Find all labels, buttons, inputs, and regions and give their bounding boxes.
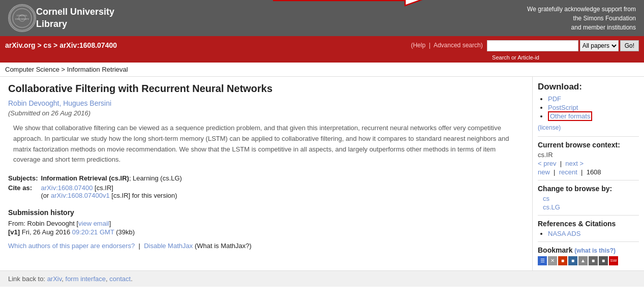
disable-mathjax-link[interactable]: Disable MathJax <box>144 242 193 250</box>
cornell-seal: CORNELL UNIVERSITY <box>8 4 36 32</box>
bm-icon-2[interactable]: ✕ <box>548 256 557 265</box>
prev-link[interactable]: < prev <box>538 160 557 167</box>
author-hugues[interactable]: Hugues Bersini <box>63 99 111 107</box>
sub-breadcrumb: Computer Science > Information Retrieval <box>0 63 644 77</box>
paper-submitted: (Submitted on 26 Aug 2016) <box>8 109 524 117</box>
contact-link[interactable]: contact <box>109 275 131 283</box>
paper-title: Collaborative Filtering with Recurrent N… <box>8 82 524 95</box>
search-help: (Help | Advanced search) <box>411 42 482 49</box>
endorsers-line: Which authors of this paper are endorser… <box>8 242 524 250</box>
nav-breadcrumb: arXiv.org > cs > arXiv:1608.07400 <box>5 41 411 49</box>
change-browse-links: cs cs.LG <box>538 195 639 211</box>
paper-content: Collaborative Filtering with Recurrent N… <box>0 77 532 263</box>
cite-value: arXiv:1608.07400 [cs.IR] (or arXiv:1608.… <box>41 183 185 200</box>
author-robin[interactable]: Robin Devooght <box>8 99 59 107</box>
advanced-search-link[interactable]: Advanced search <box>434 42 481 49</box>
refs-list: NASA ADS <box>538 230 639 237</box>
sidebar-divider-3 <box>538 215 639 216</box>
help-link[interactable]: Help <box>413 42 425 49</box>
bm-icon-5[interactable]: ▲ <box>578 256 588 265</box>
browse-links: new | recent | 1608 <box>538 168 639 176</box>
history-from: From: Robin Devooght [view email] <box>8 220 524 227</box>
bookmark-icons: ☰ ✕ ■ ■ ▲ ■ ■ SW <box>538 256 639 265</box>
recent-link[interactable]: recent <box>559 168 577 176</box>
postscript-link[interactable]: PostScript <box>548 104 578 111</box>
change-browse-label: Change to browse by: <box>538 185 639 193</box>
endorsers-link[interactable]: Which authors of this paper are endorser… <box>8 242 135 250</box>
search-area: (Help | Advanced search) All papers Go! <box>411 39 639 51</box>
svg-text:UNIVERSITY: UNIVERSITY <box>15 18 29 20</box>
paper-authors: Robin Devooght, Hugues Bersini <box>8 99 524 107</box>
acknowledgement: We gratefully acknowledge support from t… <box>527 5 636 32</box>
sidebar-divider-2 <box>538 180 639 180</box>
current-browse-label: Current browse context: <box>538 141 639 149</box>
bookmark-what-link[interactable]: (what is this?) <box>574 247 616 254</box>
browse-cs-lg-link[interactable]: cs.LG <box>543 203 639 211</box>
paper-meta: Subjects: Information Retrieval (cs.IR);… <box>8 173 524 200</box>
refs-label: References & Citations <box>538 220 639 228</box>
other-formats-link[interactable]: Other formats <box>550 112 590 120</box>
main-layout: Collaborative Filtering with Recurrent N… <box>0 77 644 270</box>
download-list: PDF PostScript Other formats <box>538 95 639 120</box>
bm-icon-1[interactable]: ☰ <box>538 256 547 265</box>
sidebar-divider-1 <box>538 136 639 137</box>
submission-history-label: Submission history <box>8 208 524 217</box>
cite-arxiv-link[interactable]: arXiv:1608.07400 <box>41 184 93 192</box>
go-button[interactable]: Go! <box>620 40 639 51</box>
cite-v1-link[interactable]: arXiv:1608.07400v1 <box>51 192 110 199</box>
search-select[interactable]: All papers <box>580 40 619 51</box>
nasa-ads-link[interactable]: NASA ADS <box>548 230 580 237</box>
page-header: CORNELL UNIVERSITY Cornell University Li… <box>0 0 644 36</box>
new-link[interactable]: new <box>538 168 550 176</box>
form-interface-link[interactable]: form interface <box>66 275 106 283</box>
university-name: Cornell University Library <box>36 6 114 30</box>
license-link[interactable]: (license) <box>538 124 639 131</box>
search-label: Search or Article-id <box>492 54 539 60</box>
next-link[interactable]: next > <box>565 160 584 167</box>
browse-context: cs.IR <box>538 151 639 159</box>
bm-icon-8[interactable]: SW <box>609 256 618 265</box>
nav-bar: arXiv.org > cs > arXiv:1608.07400 (Help … <box>0 36 644 54</box>
sidebar: Download: PDF PostScript Other formats (… <box>532 77 644 270</box>
page-footer: Link back to: arXiv, form interface, con… <box>0 270 644 287</box>
bm-icon-3[interactable]: ■ <box>558 256 567 265</box>
search-input[interactable] <box>487 40 578 51</box>
download-label: Download: <box>538 82 639 92</box>
cite-label: Cite as: <box>8 183 41 200</box>
history-v1: [v1] Fri, 26 Aug 2016 09:20:21 GMT (39kb… <box>8 228 524 236</box>
arxiv-footer-link[interactable]: arXiv <box>47 275 62 283</box>
view-email-link[interactable]: view email <box>78 220 109 227</box>
bm-icon-6[interactable]: ■ <box>589 256 598 265</box>
subjects-label: Subjects: <box>8 173 41 183</box>
sidebar-divider-4 <box>538 241 639 242</box>
browse-nav: < prev | next > <box>538 160 639 167</box>
pdf-link[interactable]: PDF <box>548 95 561 103</box>
bm-icon-7[interactable]: ■ <box>599 256 608 265</box>
subjects-value: Information Retrieval (cs.IR); Learning … <box>41 173 185 183</box>
bookmark-label: Bookmark (what is this?) <box>538 246 639 254</box>
bm-icon-4[interactable]: ■ <box>568 256 577 265</box>
browse-cs-link[interactable]: cs <box>543 195 639 202</box>
paper-abstract: We show that collaborative filtering can… <box>8 123 524 165</box>
